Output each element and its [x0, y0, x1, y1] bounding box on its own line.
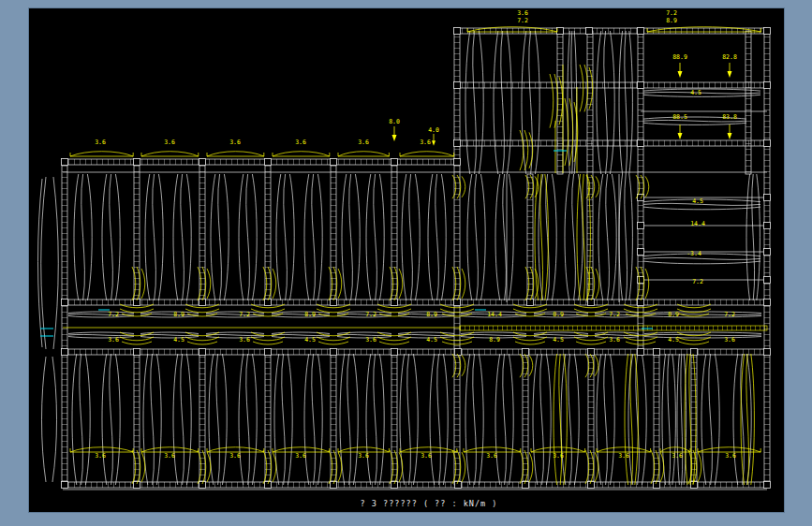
envelope-layer: [38, 31, 762, 485]
cad-viewport-frame: 3.63.63.63.63.63.63.67.27.28.988.982.84.…: [0, 0, 812, 526]
load-annotation-layer: [63, 27, 767, 485]
accent-marks-layer: [40, 151, 653, 336]
beam-grid-layer: [62, 28, 770, 489]
cad-canvas[interactable]: 3.63.63.63.63.63.63.67.27.28.988.982.84.…: [28, 7, 785, 513]
structural-drawing: [29, 8, 786, 514]
drawing-caption: ? 3 ?????? ( ?? : kN/m ): [361, 499, 498, 508]
